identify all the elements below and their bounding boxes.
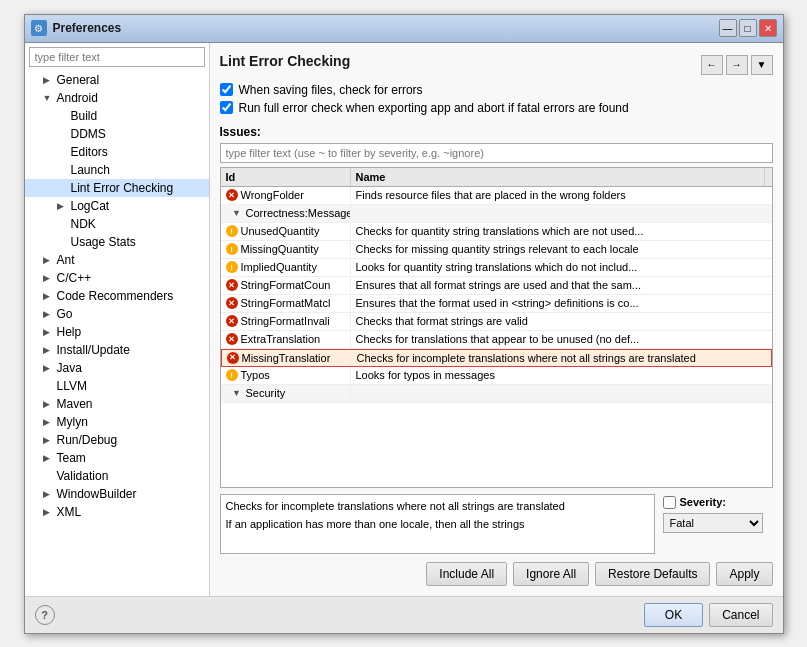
sidebar-item-ant[interactable]: ▶Ant xyxy=(25,251,209,269)
sidebar-item-java[interactable]: ▶Java xyxy=(25,359,209,377)
nav-menu-button[interactable]: ▼ xyxy=(751,55,773,75)
table-cell-id: !Typos xyxy=(221,367,351,383)
error-icon: ✕ xyxy=(227,352,239,364)
bottom-bar: ? OK Cancel xyxy=(25,596,783,633)
window-icon: ⚙ xyxy=(31,20,47,36)
tree-arrow-rundebug: ▶ xyxy=(43,435,57,445)
row-id-label: ExtraTranslation xyxy=(241,333,321,345)
sidebar-item-android-editors[interactable]: Editors xyxy=(25,143,209,161)
sidebar-item-label-maven: Maven xyxy=(57,397,93,411)
sidebar-item-label-rundebug: Run/Debug xyxy=(57,433,118,447)
table-row[interactable]: ▼Correctness:Message xyxy=(221,205,772,223)
table-row[interactable]: ✕MissingTranslatiorChecks for incomplete… xyxy=(221,349,772,367)
table-row[interactable]: ✕ExtraTranslationChecks for translations… xyxy=(221,331,772,349)
sidebar-item-validation[interactable]: Validation xyxy=(25,467,209,485)
tree-arrow-go: ▶ xyxy=(43,309,57,319)
table-cell-id: ✕StringFormatCoun xyxy=(221,277,351,293)
sidebar-item-llvm[interactable]: LLVM xyxy=(25,377,209,395)
sidebar-item-android-ndk[interactable]: NDK xyxy=(25,215,209,233)
sidebar-item-label-team: Team xyxy=(57,451,86,465)
sidebar-item-xml[interactable]: ▶XML xyxy=(25,503,209,521)
severity-label: Severity: xyxy=(680,496,726,508)
sidebar-item-label-android: Android xyxy=(57,91,98,105)
sidebar-item-label-android-launch: Launch xyxy=(71,163,110,177)
table-row[interactable]: !UnusedQuantityChecks for quantity strin… xyxy=(221,223,772,241)
tree-arrow-windowbuilder: ▶ xyxy=(43,489,57,499)
ok-button[interactable]: OK xyxy=(644,603,703,627)
expand-icon: ▼ xyxy=(231,207,243,219)
severity-checkbox[interactable] xyxy=(663,496,676,509)
window-controls: — □ ✕ xyxy=(719,19,777,37)
table-row[interactable]: ✕StringFormatCounEnsures that all format… xyxy=(221,277,772,295)
checkbox-row-1: When saving files, check for errors xyxy=(220,83,773,97)
sidebar-item-label-coderecommenders: Code Recommenders xyxy=(57,289,174,303)
sidebar-item-android-launch[interactable]: Launch xyxy=(25,161,209,179)
row-id-label: StringFormatCoun xyxy=(241,279,331,291)
include-all-button[interactable]: Include All xyxy=(426,562,507,586)
table-cell-id: ✕WrongFolder xyxy=(221,187,351,203)
checkbox-save[interactable] xyxy=(220,83,233,96)
warn-icon: ! xyxy=(226,261,238,273)
sidebar-item-label-cpp: C/C++ xyxy=(57,271,92,285)
tree-arrow-general: ▶ xyxy=(43,75,57,85)
cancel-button[interactable]: Cancel xyxy=(709,603,772,627)
checkbox-export-label: Run full error check when exporting app … xyxy=(239,101,629,115)
main-content: ▶General▼AndroidBuildDDMSEditorsLaunchLi… xyxy=(25,43,783,596)
checkbox-save-label: When saving files, check for errors xyxy=(239,83,423,97)
table-cell-name: Looks for typos in messages xyxy=(351,367,772,383)
sidebar-item-android-build[interactable]: Build xyxy=(25,107,209,125)
sidebar-item-label-android-lint: Lint Error Checking xyxy=(71,181,174,195)
sidebar-item-help[interactable]: ▶Help xyxy=(25,323,209,341)
sidebar-item-mylyn[interactable]: ▶Mylyn xyxy=(25,413,209,431)
desc-line2: If an application has more than one loca… xyxy=(226,518,649,530)
sidebar-item-coderecommenders[interactable]: ▶Code Recommenders xyxy=(25,287,209,305)
table-cell-id: !MissingQuantity xyxy=(221,241,351,257)
sidebar-item-android-ddms[interactable]: DDMS xyxy=(25,125,209,143)
tree-arrow-maven: ▶ xyxy=(43,399,57,409)
sidebar-item-maven[interactable]: ▶Maven xyxy=(25,395,209,413)
close-button[interactable]: ✕ xyxy=(759,19,777,37)
table-row[interactable]: ✕WrongFolderFinds resource files that ar… xyxy=(221,187,772,205)
nav-forward-button[interactable]: → xyxy=(726,55,748,75)
sidebar-item-label-android-ddms: DDMS xyxy=(71,127,106,141)
tree-arrow-xml: ▶ xyxy=(43,507,57,517)
nav-back-button[interactable]: ← xyxy=(701,55,723,75)
sidebar: ▶General▼AndroidBuildDDMSEditorsLaunchLi… xyxy=(25,43,210,596)
ignore-all-button[interactable]: Ignore All xyxy=(513,562,589,586)
sidebar-item-android-logcat[interactable]: ▶LogCat xyxy=(25,197,209,215)
tree-arrow-cpp: ▶ xyxy=(43,273,57,283)
row-id-label: Typos xyxy=(241,369,270,381)
help-icon[interactable]: ? xyxy=(35,605,55,625)
table-row[interactable]: ✕StringFormatMatclEnsures that the forma… xyxy=(221,295,772,313)
sidebar-item-go[interactable]: ▶Go xyxy=(25,305,209,323)
sidebar-item-team[interactable]: ▶Team xyxy=(25,449,209,467)
expand-icon: ▼ xyxy=(231,387,243,399)
table-row[interactable]: !TyposLooks for typos in messages xyxy=(221,367,772,385)
issues-filter-input[interactable] xyxy=(220,143,773,163)
severity-select[interactable]: FatalErrorWarningInfoIgnore xyxy=(663,513,763,533)
checkbox-export[interactable] xyxy=(220,101,233,114)
sidebar-item-windowbuilder[interactable]: ▶WindowBuilder xyxy=(25,485,209,503)
sidebar-item-installupdate[interactable]: ▶Install/Update xyxy=(25,341,209,359)
error-icon: ✕ xyxy=(226,189,238,201)
table-row[interactable]: ▼Security xyxy=(221,385,772,403)
table-row[interactable]: !MissingQuantityChecks for missing quant… xyxy=(221,241,772,259)
minimize-button[interactable]: — xyxy=(719,19,737,37)
table-cell-name: Checks for incomplete translations where… xyxy=(352,350,771,366)
maximize-button[interactable]: □ xyxy=(739,19,757,37)
apply-button[interactable]: Apply xyxy=(716,562,772,586)
sidebar-filter-input[interactable] xyxy=(29,47,205,67)
table-row[interactable]: !ImpliedQuantityLooks for quantity strin… xyxy=(221,259,772,277)
sidebar-item-label-ant: Ant xyxy=(57,253,75,267)
sidebar-item-general[interactable]: ▶General xyxy=(25,71,209,89)
sidebar-item-android[interactable]: ▼Android xyxy=(25,89,209,107)
sidebar-item-android-usagestats[interactable]: Usage Stats xyxy=(25,233,209,251)
sidebar-item-android-lint[interactable]: Lint Error Checking xyxy=(25,179,209,197)
table-cell-id: !ImpliedQuantity xyxy=(221,259,351,275)
sidebar-item-cpp[interactable]: ▶C/C++ xyxy=(25,269,209,287)
table-row[interactable]: ✕StringFormatInvaliChecks that format st… xyxy=(221,313,772,331)
sidebar-item-rundebug[interactable]: ▶Run/Debug xyxy=(25,431,209,449)
issues-label: Issues: xyxy=(220,125,773,139)
table-cell-name: Finds resource files that are placed in … xyxy=(351,187,772,203)
restore-defaults-button[interactable]: Restore Defaults xyxy=(595,562,710,586)
